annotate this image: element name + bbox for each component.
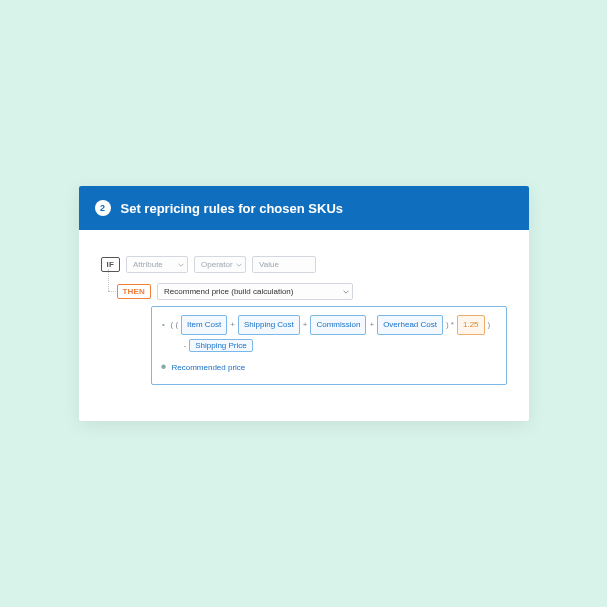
value-placeholder: Value [259,260,279,269]
tag-multiplier[interactable]: 1.25 [457,315,485,335]
tag-commission[interactable]: Commission [310,315,366,335]
calc-line-2: - Shipping Price [184,339,496,352]
operator-dropdown[interactable]: Operator [194,256,246,273]
tag-shipping-cost[interactable]: Shipping Cost [238,315,300,335]
tree-node-icon: • [162,358,166,376]
calc-line-1: • ( ( Item Cost + Shipping Cost + Commis… [162,315,496,335]
tree-node-icon: • [162,317,166,333]
if-keyword: IF [101,257,121,272]
attribute-dropdown[interactable]: Attribute [126,256,188,273]
header-title: Set repricing rules for chosen SKUs [121,201,344,216]
tag-item-cost[interactable]: Item Cost [181,315,227,335]
step-badge: 2 [95,200,111,216]
plus-op: + [230,317,235,333]
close-group: ) [488,317,491,333]
calculation-box: • ( ( Item Cost + Shipping Cost + Commis… [151,306,507,385]
if-row: IF Attribute Operator Value [101,256,507,273]
chevron-down-icon [236,263,242,267]
chevron-down-icon [178,263,184,267]
plus-op: + [303,317,308,333]
close-paren-mult: ) * [446,317,454,333]
chevron-down-icon [343,290,349,294]
repricing-card: 2 Set repricing rules for chosen SKUs IF… [79,186,529,421]
open-parens: ( ( [171,317,179,333]
tag-shipping-price[interactable]: Shipping Price [189,339,253,352]
tag-overhead-cost[interactable]: Overhead Cost [377,315,443,335]
recommended-price-label: Recommended price [172,363,246,372]
card-body: IF Attribute Operator Value THEN Recomme… [79,230,529,421]
attribute-placeholder: Attribute [133,260,163,269]
step-number: 2 [100,203,105,213]
action-label: Recommend price (build calculation) [164,287,293,296]
value-input[interactable]: Value [252,256,316,273]
minus-op: - [184,341,187,350]
then-row: THEN Recommend price (build calculation) [117,283,507,300]
operator-placeholder: Operator [201,260,233,269]
card-header: 2 Set repricing rules for chosen SKUs [79,186,529,230]
action-dropdown[interactable]: Recommend price (build calculation) [157,283,353,300]
plus-op: + [369,317,374,333]
result-line: • Recommended price [162,358,496,376]
then-keyword: THEN [117,284,152,299]
